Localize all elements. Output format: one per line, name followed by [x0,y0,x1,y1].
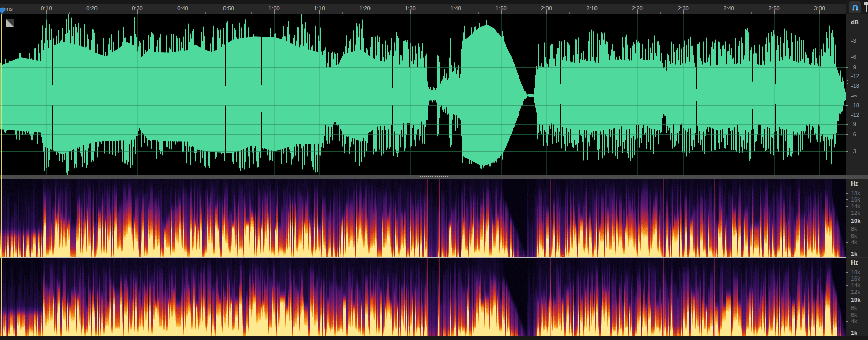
ruler-tick-label: 2:50 [768,5,779,11]
scale-label: -12 [851,73,859,79]
scale-tick [846,151,848,152]
scale-tick [846,333,848,333]
hz-scale-2[interactable]: Hz 18k16k14k12k10k8k6k4k1k [846,258,868,336]
ruler-tick-minor [433,12,433,14]
ruler-tick-minor [160,12,160,14]
scale-tick [846,292,848,292]
scale-label: -∞ [851,92,857,99]
scale-label: 4k [851,318,857,324]
splitter-grip-handle[interactable] [420,176,448,179]
scale-minor-ticks [847,79,848,85]
scale-tick [846,57,848,57]
magnet-icon [851,3,859,11]
scale-tick [846,41,848,41]
ruler-tick-minor [297,12,297,14]
ruler-tick-minor [524,12,524,14]
ruler-tick-minor [615,12,615,14]
ruler-tick-minor [660,12,661,14]
scale-label: 4k [851,239,857,245]
snap-magnet-button[interactable] [849,1,861,13]
spectrogram-panel-left-channel[interactable] [0,179,846,257]
scale-tick [846,76,848,76]
scale-label: 1k [851,330,857,336]
scale-label: 18k [851,190,860,196]
ruler-tick-label: 3:00 [814,5,825,11]
scale-tick [846,86,848,86]
scale-tick [846,285,848,286]
scale-label: -9 [851,64,856,70]
ruler-unit-label: hms [2,6,13,12]
hz-scale-1[interactable]: Hz 18k16k14k12k10k8k6k4k1k [846,179,868,257]
channel-select-icon[interactable] [6,19,14,27]
waveform-canvas[interactable] [0,14,846,175]
ruler-tick-label: 1:10 [314,5,325,11]
ruler-tick-minor [706,12,706,14]
ruler-tick-label: 1:00 [268,5,279,11]
top-strip [0,0,868,4]
scale-tick [846,96,848,96]
scale-tick [846,236,848,236]
scale-tick [846,124,848,125]
db-scale-title: dB [851,19,859,25]
pin-icon[interactable] [863,2,868,13]
ruler-tick-label: 0:30 [132,5,142,11]
scale-tick [846,193,848,194]
ruler-tick-minor [251,12,252,14]
ruler-tick-minor [115,12,115,14]
scale-tick [846,300,848,300]
scale-label: 12k [851,210,860,216]
ruler-tick-minor [69,12,70,14]
spectrogram-canvas-2[interactable] [0,258,846,336]
scale-tick [846,221,848,221]
scale-label: 10k [851,297,860,303]
toolbar-icons [846,0,868,14]
ruler-tick-label: 0:20 [86,5,97,11]
ruler-tick-label: 1:50 [495,5,506,11]
scale-tick [846,206,848,207]
playhead-line[interactable] [1,14,2,336]
scale-label: 12k [851,289,860,295]
ruler-tick-label: 0:40 [177,5,188,11]
ruler-tick-label: 1:30 [405,5,415,11]
scale-tick [846,213,848,213]
scale-label: -6 [851,131,856,137]
scale-label: -18 [851,83,859,89]
spectrogram-panel-right-channel[interactable] [0,258,846,336]
panel-splitter[interactable] [0,175,868,179]
scale-label: 8k [851,226,857,232]
scale-label: 14k [851,203,860,209]
scale-label: 10k [851,218,860,224]
db-scale[interactable]: dB -3-6-9-12-18-∞-18-12-9-6-3 [846,14,868,175]
scale-label: 16k [851,196,860,203]
scale-label: 8k [851,305,857,311]
timeline-ruler[interactable]: hms 0:100:200:300:400:501:001:101:201:30… [0,4,846,14]
scale-tick [846,321,848,322]
spectrogram-canvas-1[interactable] [0,179,846,257]
hz-scale-title: Hz [851,180,858,187]
scale-label: -6 [851,54,856,60]
scale-label: -3 [851,38,856,44]
ruler-tick-label: 1:20 [359,5,370,11]
ruler-tick-minor [478,12,479,14]
ruler-tick-minor [751,12,752,14]
waveform-panel[interactable] [0,14,846,175]
ruler-tick-label: 2:00 [541,5,552,11]
scale-minor-ticks [847,104,848,110]
scale-tick [846,308,848,308]
scale-label: 1k [851,251,857,257]
ruler-tick-label: 0:10 [41,5,52,11]
scale-tick [846,272,848,273]
ruler-tick-label: 2:10 [586,5,597,11]
hz-scale-title-2: Hz [851,259,858,266]
scale-label: 18k [851,269,860,275]
ruler-tick-minor [205,12,206,14]
ruler-tick-minor [388,12,388,14]
scale-tick [846,199,848,200]
bottom-strip [0,336,868,340]
ruler-tick-label: 1:40 [450,5,461,11]
ruler-tick-minor [569,12,570,14]
scale-label: -12 [851,112,859,118]
scale-tick [846,229,848,229]
ruler-tick-label: 2:20 [632,5,642,11]
scale-label: 14k [851,282,860,288]
